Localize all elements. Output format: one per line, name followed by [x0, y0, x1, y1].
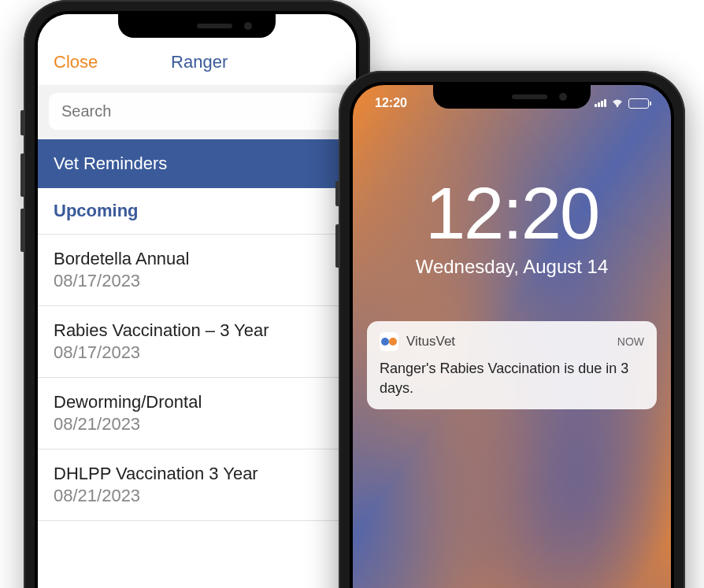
volume-up-button: [335, 224, 339, 268]
lock-screen[interactable]: 12:20: [353, 85, 671, 588]
mute-switch: [335, 181, 339, 206]
notification-app-name: VitusVet: [406, 334, 610, 349]
notification-body: Ranger's Rabies Vaccination is due in 3 …: [380, 359, 644, 398]
reminder-title: Bordetella Annual: [54, 249, 340, 269]
phone-device-left: Close Ranger Vet Reminders Upcoming Bord…: [24, 0, 370, 588]
app-screen: Close Ranger Vet Reminders Upcoming Bord…: [38, 14, 356, 588]
reminder-item[interactable]: DHLPP Vaccination 3 Year 08/21/2023: [38, 449, 356, 521]
reminder-title: DHLPP Vaccination 3 Year: [54, 464, 340, 484]
volume-down-button: [20, 209, 24, 252]
app-icon: [380, 332, 398, 351]
battery-icon: [628, 98, 649, 109]
reminder-item[interactable]: Rabies Vaccination – 3 Year 08/17/2023: [38, 306, 356, 378]
notification-time: NOW: [617, 335, 644, 348]
phone-device-right: 12:20: [339, 71, 685, 588]
reminder-date: 08/17/2023: [54, 342, 340, 363]
lock-screen-date: Wednesday, August 14: [353, 256, 671, 278]
status-icons: [595, 98, 649, 109]
page-title: Ranger: [58, 52, 340, 72]
reminder-title: Rabies Vaccination – 3 Year: [54, 320, 340, 341]
svg-point-0: [617, 105, 618, 107]
notification-card[interactable]: VitusVet NOW Ranger's Rabies Vaccination…: [367, 321, 657, 409]
reminder-date: 08/21/2023: [54, 486, 340, 506]
reminder-date: 08/17/2023: [54, 271, 340, 291]
cellular-signal-icon: [595, 99, 606, 107]
device-notch: [118, 14, 276, 38]
volume-up-button: [20, 153, 24, 197]
subsection-upcoming: Upcoming: [38, 188, 356, 235]
reminder-title: Deworming/Drontal: [54, 392, 340, 412]
search-input[interactable]: [49, 93, 345, 130]
lock-screen-time: 12:20: [353, 177, 671, 250]
notification-header: VitusVet NOW: [380, 332, 644, 351]
reminder-date: 08/21/2023: [54, 414, 340, 435]
lock-screen-clock-area: 12:20 Wednesday, August 14: [353, 110, 671, 278]
reminder-item[interactable]: Deworming/Drontal 08/21/2023: [38, 378, 356, 449]
section-header-vet-reminders: Vet Reminders: [38, 139, 356, 188]
reminder-item[interactable]: Bordetella Annual 08/17/2023: [38, 235, 356, 306]
device-notch: [433, 85, 591, 109]
wifi-icon: [611, 98, 624, 108]
search-bar-area: [38, 85, 356, 139]
mute-switch: [20, 110, 24, 135]
status-time: 12:20: [375, 96, 407, 110]
